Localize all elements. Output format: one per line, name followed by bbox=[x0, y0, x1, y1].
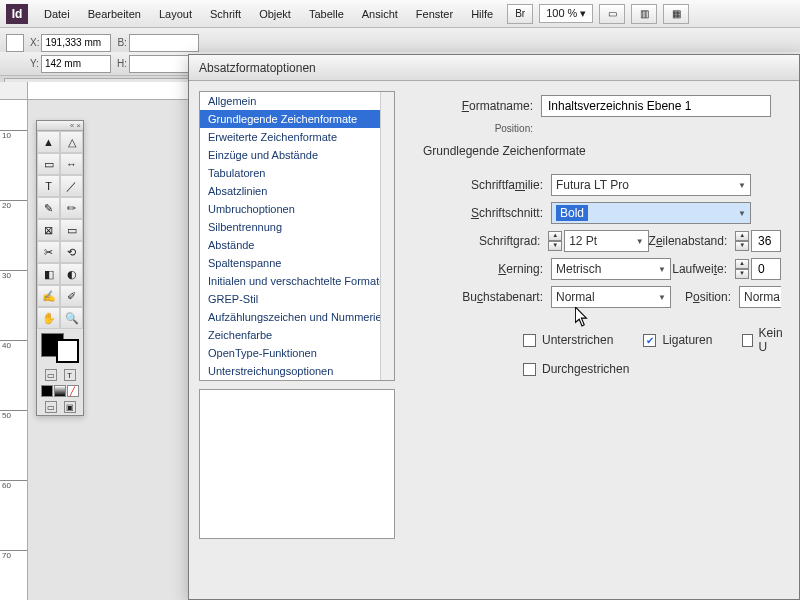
position-label: Position: bbox=[423, 123, 533, 134]
tracking-input[interactable] bbox=[751, 258, 781, 280]
menu-bearbeiten[interactable]: Bearbeiten bbox=[80, 4, 149, 24]
font-family-dropdown[interactable]: Futura LT Pro▼ bbox=[551, 174, 751, 196]
rectangle-tool[interactable]: ▭ bbox=[60, 219, 83, 241]
scissors-tool[interactable]: ✂ bbox=[37, 241, 60, 263]
gradient-feather-tool[interactable]: ◐ bbox=[60, 263, 83, 285]
font-family-label: Schriftfamilie: bbox=[423, 178, 543, 192]
view-mode-button-3[interactable]: ▦ bbox=[663, 4, 689, 24]
case-dropdown[interactable]: Normal▼ bbox=[551, 286, 671, 308]
font-style-value: Bold bbox=[556, 205, 588, 221]
category-row[interactable]: Tabulatoren bbox=[200, 164, 394, 182]
page-tool[interactable]: ▭ bbox=[37, 153, 60, 175]
apply-gradient-icon[interactable] bbox=[54, 385, 66, 397]
category-row[interactable]: Zeichenfarbe bbox=[200, 326, 394, 344]
category-row[interactable]: Grundlegende Zeichenformate bbox=[200, 110, 394, 128]
x-input[interactable] bbox=[41, 34, 111, 52]
reference-point[interactable] bbox=[6, 34, 24, 52]
hand-tool[interactable]: ✋ bbox=[37, 307, 60, 329]
category-row[interactable]: Einzüge und Abstände bbox=[200, 146, 394, 164]
category-row[interactable]: Unterstreichungsoptionen bbox=[200, 362, 394, 380]
category-row[interactable]: OpenType-Funktionen bbox=[200, 344, 394, 362]
apply-none-icon[interactable]: ╱ bbox=[67, 385, 79, 397]
gap-tool[interactable]: ↔ bbox=[60, 153, 83, 175]
menu-layout[interactable]: Layout bbox=[151, 4, 200, 24]
zoom-tool[interactable]: 🔍 bbox=[60, 307, 83, 329]
kerning-dropdown[interactable]: Metrisch▼ bbox=[551, 258, 671, 280]
container-format-icon[interactable]: ▭ bbox=[45, 369, 57, 381]
leading-input[interactable] bbox=[751, 230, 781, 252]
category-row[interactable]: Aufzählungszeichen und Nummerierung bbox=[200, 308, 394, 326]
menu-fenster[interactable]: Fenster bbox=[408, 4, 461, 24]
panel-grip[interactable]: « × bbox=[37, 121, 83, 131]
selection-tool[interactable]: ▲ bbox=[37, 131, 60, 153]
listbox-scrollbar[interactable] bbox=[380, 92, 394, 380]
size-spinner[interactable]: ▲▼ bbox=[548, 231, 562, 251]
font-size-dropdown[interactable]: 12 Pt▼ bbox=[564, 230, 648, 252]
underline-checkbox[interactable]: Unterstrichen bbox=[523, 333, 613, 347]
ruler-vertical[interactable]: 10 20 30 40 50 60 70 bbox=[0, 100, 28, 600]
zoom-dropdown[interactable]: 100 % ▾ bbox=[539, 4, 593, 23]
nobreak-check-label: Kein U bbox=[759, 326, 786, 354]
kerning-value: Metrisch bbox=[556, 262, 601, 276]
category-row[interactable]: Allgemein bbox=[200, 92, 394, 110]
rectangle-frame-tool[interactable]: ⊠ bbox=[37, 219, 60, 241]
category-row[interactable]: Abstände bbox=[200, 236, 394, 254]
transform-tool[interactable]: ⟲ bbox=[60, 241, 83, 263]
zoom-value: 100 % bbox=[546, 7, 577, 19]
menu-datei[interactable]: Datei bbox=[36, 4, 78, 24]
ligatures-checkbox[interactable]: ✔Ligaturen bbox=[643, 333, 712, 347]
nobreak-checkbox[interactable]: Kein U bbox=[742, 326, 785, 354]
ruler-tick: 10 bbox=[0, 130, 27, 140]
bridge-button[interactable]: Br bbox=[507, 4, 533, 24]
font-style-label: Schriftschnitt: bbox=[423, 206, 543, 220]
view-mode-normal-icon[interactable]: ▭ bbox=[45, 401, 57, 413]
pencil-tool[interactable]: ✏ bbox=[60, 197, 83, 219]
position2-value: Norma bbox=[744, 290, 780, 304]
category-row[interactable]: Umbruchoptionen bbox=[200, 200, 394, 218]
leading-spinner[interactable]: ▲▼ bbox=[735, 231, 749, 251]
w-label: B: bbox=[117, 37, 126, 48]
font-style-dropdown[interactable]: Bold▼ bbox=[551, 202, 751, 224]
note-tool[interactable]: ✍ bbox=[37, 285, 60, 307]
category-listbox[interactable]: Allgemein Grundlegende Zeichenformate Er… bbox=[199, 91, 395, 381]
category-row[interactable]: Silbentrennung bbox=[200, 218, 394, 236]
main-pane: FFormatname:ormatname: Position: Grundle… bbox=[405, 81, 799, 599]
line-tool[interactable]: ／ bbox=[60, 175, 83, 197]
formatname-label: FFormatname:ormatname: bbox=[423, 99, 533, 113]
fill-stroke-swatches[interactable] bbox=[37, 329, 83, 367]
category-row[interactable]: Erweiterte Zeichenformate bbox=[200, 128, 394, 146]
category-row[interactable]: Spaltenspanne bbox=[200, 254, 394, 272]
menu-ansicht[interactable]: Ansicht bbox=[354, 4, 406, 24]
type-tool[interactable]: T bbox=[37, 175, 60, 197]
eyedropper-tool[interactable]: ✐ bbox=[60, 285, 83, 307]
menu-hilfe[interactable]: Hilfe bbox=[463, 4, 501, 24]
tracking-spinner[interactable]: ▲▼ bbox=[735, 259, 749, 279]
y-input[interactable] bbox=[41, 55, 111, 73]
dialog-titlebar[interactable]: Absatzformatoptionen bbox=[189, 55, 799, 81]
font-family-value: Futura LT Pro bbox=[556, 178, 629, 192]
strikethrough-checkbox[interactable]: Durchgestrichen bbox=[523, 362, 629, 376]
view-mode-preview-icon[interactable]: ▣ bbox=[64, 401, 76, 413]
gradient-swatch-tool[interactable]: ◧ bbox=[37, 263, 60, 285]
formatname-input[interactable] bbox=[541, 95, 771, 117]
position-dropdown[interactable]: Norma bbox=[739, 286, 781, 308]
pen-tool[interactable]: ✎ bbox=[37, 197, 60, 219]
leading-label: Zeilenabstand: bbox=[649, 234, 728, 248]
view-mode-button-2[interactable]: ▥ bbox=[631, 4, 657, 24]
stroke-swatch[interactable] bbox=[56, 339, 79, 363]
w-input[interactable] bbox=[129, 34, 199, 52]
apply-color-icon[interactable] bbox=[41, 385, 53, 397]
view-mode-button-1[interactable]: ▭ bbox=[599, 4, 625, 24]
menu-tabelle[interactable]: Tabelle bbox=[301, 4, 352, 24]
paragraph-style-options-dialog: Absatzformatoptionen Allgemein Grundlege… bbox=[188, 54, 800, 600]
category-row[interactable]: Absatzlinien bbox=[200, 182, 394, 200]
ruler-tick: 40 bbox=[0, 340, 27, 350]
category-row[interactable]: GREP-Stil bbox=[200, 290, 394, 308]
y-label: Y: bbox=[30, 58, 39, 69]
menu-schrift[interactable]: Schrift bbox=[202, 4, 249, 24]
category-row[interactable]: Initialen und verschachtelte Formate bbox=[200, 272, 394, 290]
menu-objekt[interactable]: Objekt bbox=[251, 4, 299, 24]
direct-selection-tool[interactable]: △ bbox=[60, 131, 83, 153]
text-format-icon[interactable]: T bbox=[64, 369, 76, 381]
category-row[interactable]: Durchstreichungsoptionen bbox=[200, 380, 394, 381]
